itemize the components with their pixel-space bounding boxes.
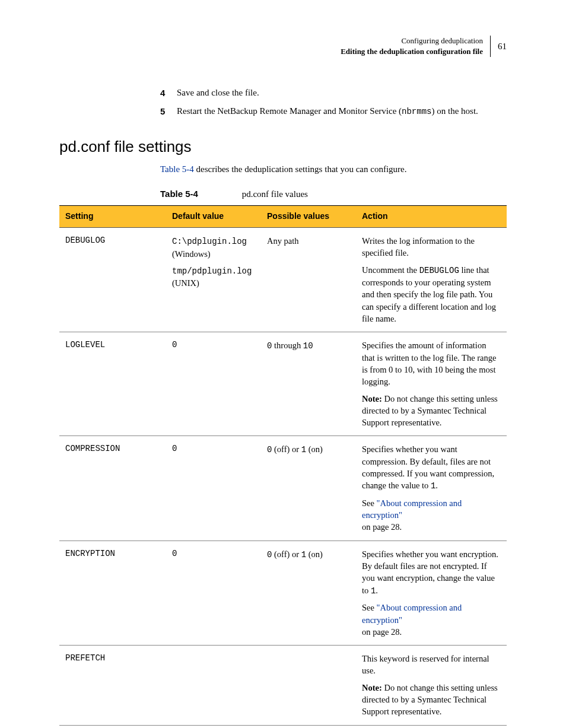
step-number: 4 xyxy=(160,87,177,99)
setting-name: LOGLEVEL xyxy=(59,332,166,436)
setting-name: DEBUGLOG xyxy=(59,227,166,332)
table-row: DEBUGLOG C:\pdplugin.log (Windows) tmp/p… xyxy=(59,227,507,332)
action-description: Specifies whether you want encryption. B… xyxy=(356,541,507,645)
col-possible: Possible values xyxy=(261,206,356,228)
section-heading: pd.conf file settings xyxy=(59,136,507,157)
table-row: PREFETCH This keyword is reserved for in… xyxy=(59,646,507,725)
table-row: COMPRESSION 0 0 (off) or 1 (on) Specifie… xyxy=(59,436,507,541)
table-row: LOGLEVEL 0 0 through 10 Specifies the am… xyxy=(59,332,507,436)
default-value: C:\pdplugin.log (Windows) tmp/pdplugin.l… xyxy=(166,227,261,332)
step-5: 5 Restart the NetBackup Remote Manager a… xyxy=(160,105,507,118)
table-row: ENCRYPTION 0 0 (off) or 1 (on) Specifies… xyxy=(59,541,507,645)
possible-values: 0 through 10 xyxy=(261,332,356,436)
table-caption: Table 5-4 pd.conf file values xyxy=(160,187,507,201)
cross-reference-link[interactable]: "About compression and encryption" xyxy=(362,498,462,520)
action-description: Specifies the amount of information that… xyxy=(356,332,507,436)
action-description: Specifies whether you want compression. … xyxy=(356,436,507,541)
possible-values xyxy=(261,646,356,725)
default-value: 0 xyxy=(166,436,261,541)
possible-values: Any path xyxy=(261,227,356,332)
table-label: Table 5-4 xyxy=(160,189,198,199)
inline-code: nbrmms xyxy=(402,107,431,116)
page-number: 61 xyxy=(491,40,507,53)
col-default: Default value xyxy=(166,206,261,228)
page-header: Configuring deduplication Editing the de… xyxy=(59,36,507,57)
step-4: 4 Save and close the file. xyxy=(160,87,507,99)
possible-values: 0 (off) or 1 (on) xyxy=(261,541,356,645)
setting-name: COMPRESSION xyxy=(59,436,166,541)
header-section: Editing the deduplication configuration … xyxy=(341,46,483,57)
intro-paragraph: Table 5-4 describes the deduplication se… xyxy=(160,163,507,176)
col-action: Action xyxy=(356,206,507,228)
header-text-block: Configuring deduplication Editing the de… xyxy=(341,36,491,57)
step-text: Save and close the file. xyxy=(177,87,507,99)
default-value xyxy=(166,646,261,725)
table-header-row: Setting Default value Possible values Ac… xyxy=(59,206,507,228)
default-value: 0 xyxy=(166,541,261,645)
possible-values: 0 (off) or 1 (on) xyxy=(261,436,356,541)
cross-reference-link[interactable]: "About compression and encryption" xyxy=(362,603,462,624)
step-number: 5 xyxy=(160,105,177,118)
step-text: Restart the NetBackup Remote Manager and… xyxy=(177,105,507,118)
table-reference-link[interactable]: Table 5-4 xyxy=(160,164,194,174)
action-description: This keyword is reserved for internal us… xyxy=(356,646,507,725)
default-value: 0 xyxy=(166,332,261,436)
col-setting: Setting xyxy=(59,206,166,228)
step-list: 4 Save and close the file. 5 Restart the… xyxy=(160,87,507,118)
table-title: pd.conf file values xyxy=(242,189,308,199)
setting-name: PREFETCH xyxy=(59,646,166,725)
setting-name: ENCRYPTION xyxy=(59,541,166,645)
header-chapter: Configuring deduplication xyxy=(341,36,483,46)
settings-table: Setting Default value Possible values Ac… xyxy=(59,205,507,725)
action-description: Writes the log information to the specif… xyxy=(356,227,507,332)
